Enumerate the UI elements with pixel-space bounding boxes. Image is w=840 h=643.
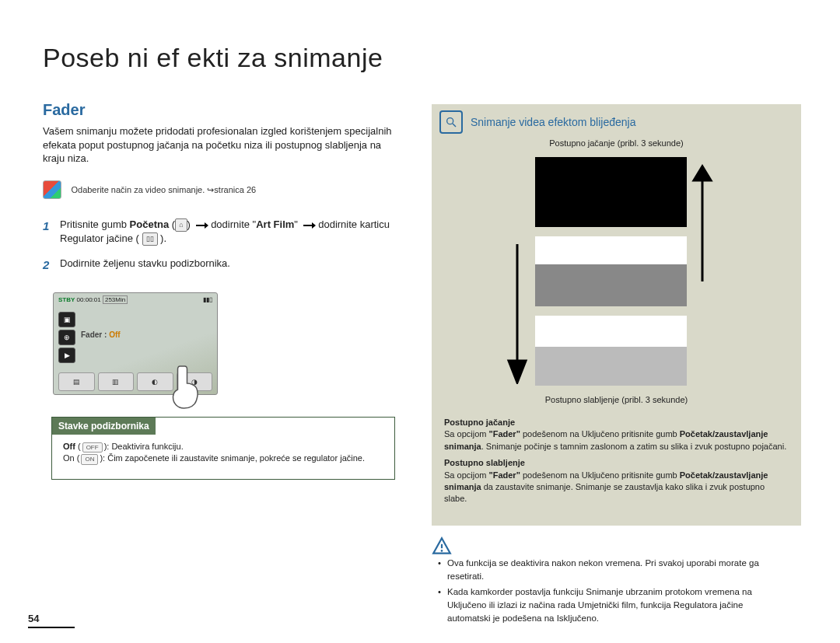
footnotes: Ova funkcija se deaktivira nakon nekon v… [432, 536, 805, 627]
svg-point-0 [447, 118, 453, 124]
lcd-tile-play-icon: ▶ [58, 348, 75, 363]
intro-paragraph: Vašem snimanju možete pridodati profesio… [43, 124, 401, 166]
fade-diagram [496, 151, 737, 392]
note-2: Kada kamkorder postavlja funkciju Sniman… [447, 585, 786, 624]
section-heading: Fader [43, 101, 85, 119]
magnifier-icon [439, 110, 463, 134]
step-number: 2 [43, 257, 60, 273]
lcd-button-off-icon: ▤ [58, 372, 95, 391]
info-title: Snimanje videa efektom blijeđenja [471, 116, 635, 128]
page-title: Poseb ni ef ekti za snimanje [43, 43, 383, 73]
submenu-heading: Stavke podizbornika [52, 418, 156, 435]
arrow-icon [303, 225, 313, 226]
fadeout-text: Sa opcijom "Fader" podešenom na Uključen… [444, 470, 789, 505]
step-1: 1 Pritisnite gumb Početna (⌂) dodirnite … [43, 218, 401, 246]
diagram-bottom-label: Postupno slabljenje (pribl. 3 sekunde) [432, 392, 801, 407]
submenu-body: Off (OFF): Deaktivira funkciju. On (ON):… [52, 435, 394, 471]
battery-icon: ▮▮▯ [203, 296, 212, 303]
home-icon: ⌂ [175, 218, 187, 232]
step-2: 2 Dodirnite željenu stavku podizbornika. [43, 257, 401, 273]
mode-note-text: Odaberite način za video snimanje. ↪stra… [71, 185, 256, 195]
steps-list: 1 Pritisnite gumb Početna (⌂) dodirnite … [43, 218, 401, 284]
mode-note: Odaberite način za video snimanje. ↪stra… [43, 180, 401, 199]
fadein-text: Sa opcijom "Fader" podešenom na Uključen… [444, 428, 789, 453]
warning-icon [432, 536, 452, 557]
submenu-box: Stavke podizbornika Off (OFF): Deaktivir… [51, 417, 395, 480]
lcd-fader-label: Fader : Off [81, 330, 121, 339]
fade-out-arrow-icon [504, 244, 530, 384]
page-number-rule [28, 627, 75, 628]
svg-point-3 [441, 550, 443, 552]
on-icon: ON [81, 454, 98, 464]
lcd-tile-zoom-icon: ⊕ [58, 330, 75, 345]
diagram-top-label: Postupno jačanje (pribl. 3 sekunde) [432, 135, 801, 151]
lcd-stby: STBY [58, 296, 75, 303]
lcd-screenshot: STBY 00:00:01 253Min ▮▮▯ ▣ ⊕ ▶ Fader : O… [53, 292, 218, 395]
page-number: 54 [28, 613, 39, 624]
frame-black [535, 157, 687, 227]
lcd-button-on-icon: ▥ [98, 372, 135, 391]
frame-light [535, 316, 687, 386]
lcd-button-fadein-icon: ◐ [137, 372, 173, 391]
step-number: 1 [43, 218, 60, 246]
info-panel: Snimanje videa efektom blijeđenja Postup… [432, 104, 801, 526]
lcd-side-tiles: ▣ ⊕ ▶ [58, 312, 75, 365]
fade-in-arrow-icon [689, 157, 716, 281]
info-body: Postupno jačanje Sa opcijom "Fader" pode… [432, 407, 801, 510]
svg-line-1 [453, 124, 456, 127]
volume-tab-icon: ▯▯ [142, 232, 158, 246]
mode-icon [43, 180, 61, 199]
lcd-time: 00:00:01 [77, 296, 101, 303]
off-icon: OFF [82, 442, 103, 453]
fadein-heading: Postupno jačanje [444, 417, 789, 428]
step-1-text: Pritisnite gumb Početna (⌂) dodirnite "A… [60, 218, 401, 246]
frame-mid [535, 236, 687, 306]
fadeout-heading: Postupno slabljenje [444, 457, 789, 469]
step-2-text: Dodirnite željenu stavku podizbornika. [60, 257, 401, 273]
arrow-icon [196, 225, 206, 226]
lcd-tile-camera-icon: ▣ [58, 312, 75, 327]
touch-finger-icon [169, 363, 204, 410]
note-1: Ova funkcija se deaktivira nakon nekon v… [447, 557, 786, 582]
lcd-remaining: 253Min [103, 295, 128, 304]
